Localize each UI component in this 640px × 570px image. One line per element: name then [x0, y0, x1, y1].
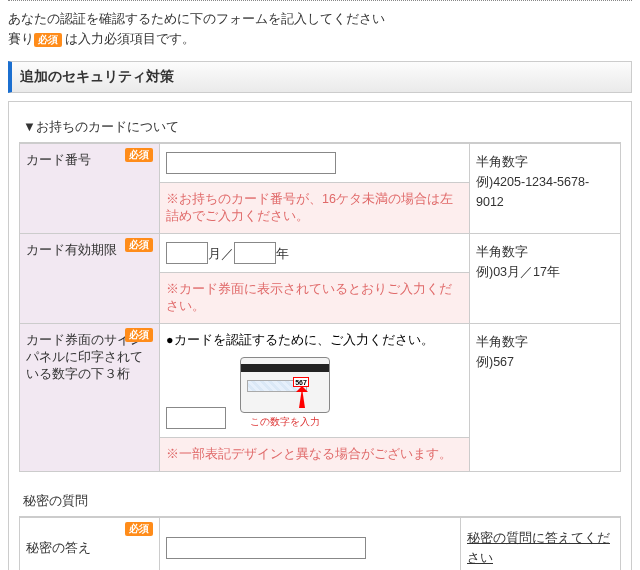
hint-expiry: 半角数字 例)03月／17年 [470, 234, 621, 324]
label-secret-answer: 秘密の答え 必須 [20, 518, 160, 571]
label-expiry: カード有効期限 必須 [20, 234, 160, 324]
card-section-title: ▼お持ちのカードについて [19, 112, 621, 143]
row-cvv: カード券面のサインパネルに印字されている数字の下３桁 必須 ●カードを認証するた… [20, 324, 621, 438]
hint-secret: 秘密の質問に答えてください [461, 518, 621, 571]
card-back-illustration: 567 この数字を入力 [240, 357, 330, 429]
hint-cvv: 半角数字 例)567 [470, 324, 621, 472]
section-header: 追加のセキュリティ対策 [8, 61, 632, 93]
hint-card-number: 半角数字 例)4205-1234-5678-9012 [470, 144, 621, 234]
arrow-icon [299, 388, 305, 408]
label-cvv: カード券面のサインパネルに印字されている数字の下３桁 必須 [20, 324, 160, 472]
required-badge-icon: 必須 [125, 328, 153, 342]
secret-section-title: 秘密の質問 [19, 482, 621, 517]
intro-text: あなたの認証を確認するために下のフォームを記入してください 賽り必須 は入力必須… [0, 1, 640, 53]
row-secret-answer: 秘密の答え 必須 秘密の質問に答えてください [20, 518, 621, 571]
label-card-number: カード番号 必須 [20, 144, 160, 234]
card-table: カード番号 必須 半角数字 例)4205-1234-5678-9012 ※お持ち… [19, 143, 621, 472]
expiry-year-input[interactable] [234, 242, 276, 264]
intro-line2: 賽り必須 は入力必須項目です。 [8, 29, 632, 49]
expiry-month-input[interactable] [166, 242, 208, 264]
required-badge-icon: 必須 [125, 238, 153, 252]
cvv-lead-text: ●カードを認証するために、ご入力ください。 [166, 332, 463, 349]
row-card-number: カード番号 必須 半角数字 例)4205-1234-5678-9012 [20, 144, 621, 183]
cvv-input[interactable] [166, 407, 226, 429]
secret-table: 秘密の答え 必須 秘密の質問に答えてください [19, 517, 621, 570]
card-number-input[interactable] [166, 152, 336, 174]
form-panel: ▼お持ちのカードについて カード番号 必須 半角数字 例)4205-1234-5… [8, 101, 632, 570]
required-badge-icon: 必須 [125, 522, 153, 536]
required-badge-icon: 必須 [34, 33, 62, 47]
secret-answer-input[interactable] [166, 537, 366, 559]
required-badge-icon: 必須 [125, 148, 153, 162]
row-expiry: カード有効期限 必須 月／年 半角数字 例)03月／17年 [20, 234, 621, 273]
intro-line1: あなたの認証を確認するために下のフォームを記入してください [8, 9, 632, 29]
cvv-caption: この数字を入力 [240, 415, 330, 429]
